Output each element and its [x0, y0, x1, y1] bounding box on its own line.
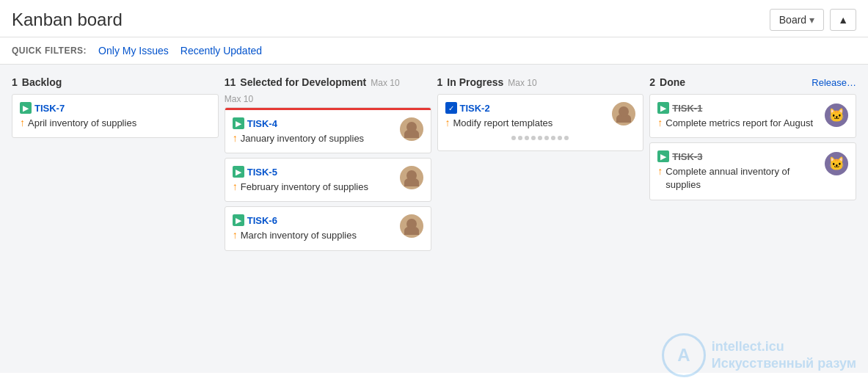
board-container: 1Backlog▶TISK-7↑April inventory of suppl…: [0, 65, 868, 373]
page-header: Kanban board Board ▾ ▲: [0, 0, 868, 37]
filter-only-my-issues[interactable]: Only My Issues: [98, 45, 169, 57]
avatar: 🐱: [825, 103, 848, 127]
card-priority-row: ↑February inventory of supplies: [233, 181, 400, 194]
column-count-done: 2: [649, 76, 655, 88]
story-icon: ▶: [233, 117, 244, 129]
column-count-in-progress: 1: [437, 76, 443, 88]
table-row[interactable]: ▶TISK-4↑January inventory of supplies: [225, 107, 431, 153]
card-priority-row: ↑Modify report templates: [445, 117, 613, 130]
card-id-row: ▶TISK-7: [20, 102, 211, 114]
card-id-row: ✓TISK-2: [445, 102, 613, 114]
column-title-selected-for-development: Selected for Development: [240, 76, 366, 88]
checkbox-icon: ✓: [445, 102, 457, 114]
dot: [518, 136, 522, 140]
priority-icon: ↑: [233, 229, 238, 241]
dot: [525, 136, 529, 140]
column-count-backlog: 1: [12, 76, 18, 88]
priority-icon: ↑: [657, 165, 663, 177]
priority-icon: ↑: [233, 181, 238, 192]
column-title-done: Done: [660, 76, 685, 88]
dropdown-arrow-icon: ▾: [809, 14, 814, 26]
dot: [538, 136, 542, 140]
board-button-label: Board: [779, 14, 806, 26]
column-max-row-selected-for-development: Max 10: [225, 94, 431, 107]
cards-area-backlog: ▶TISK-7↑April inventory of supplies: [12, 94, 219, 364]
table-row[interactable]: ▶TISK-6↑March inventory of supplies: [225, 206, 431, 250]
column-title-in-progress: In Progress: [447, 76, 503, 88]
card-row: ▶TISK-7↑April inventory of supplies: [20, 102, 211, 130]
card-title: February inventory of supplies: [241, 181, 368, 194]
dot: [558, 136, 562, 140]
card-id-link[interactable]: TISK-2: [460, 103, 490, 114]
dot: [511, 136, 516, 140]
column-header-backlog: 1Backlog: [12, 73, 219, 94]
quick-filters-bar: QUICK FILTERS: Only My Issues Recently U…: [0, 37, 868, 65]
card-title: March inventory of supplies: [241, 229, 357, 242]
card-row: ▶TISK-4↑January inventory of supplies: [233, 117, 423, 145]
card-id-link[interactable]: TISK-5: [247, 167, 277, 178]
card-row: ▶TISK-6↑March inventory of supplies: [233, 214, 423, 242]
column-header-done: 2DoneRelease…: [649, 73, 856, 94]
card-id-row: ▶TISK-1: [657, 102, 819, 114]
card-id-link[interactable]: TISK-4: [247, 118, 277, 129]
card-dots: [445, 133, 636, 143]
card-row: ▶TISK-5↑February inventory of supplies: [233, 166, 423, 194]
dot: [564, 136, 569, 140]
priority-icon: ↑: [445, 117, 451, 128]
card-left: ✓TISK-2↑Modify report templates: [445, 102, 613, 130]
card-id-link[interactable]: TISK-1: [672, 103, 702, 114]
table-row[interactable]: ▶TISK-3↑Complete annual inventory of sup…: [649, 142, 856, 200]
card-title: Modify report templates: [453, 117, 553, 130]
column-max-in-progress: Max 10: [508, 78, 536, 88]
avatar: [400, 166, 423, 189]
dot: [544, 136, 549, 140]
avatar: 🐱: [825, 152, 848, 175]
card-row: ▶TISK-1↑Complete metrics report for Augu…: [657, 102, 848, 130]
header-controls: Board ▾ ▲: [770, 9, 856, 31]
card-left: ▶TISK-3↑Complete annual inventory of sup…: [657, 150, 819, 192]
card-id-link[interactable]: TISK-6: [247, 215, 277, 226]
card-priority-row: ↑April inventory of supplies: [20, 117, 211, 130]
board-button[interactable]: Board ▾: [770, 9, 824, 31]
card-left: ▶TISK-1↑Complete metrics report for Augu…: [657, 102, 819, 130]
card-id-link[interactable]: TISK-7: [34, 103, 65, 114]
card-priority-row: ↑Complete annual inventory of supplies: [657, 165, 819, 192]
column-in-progress: 1In ProgressMax 10✓TISK-2↑Modify report …: [437, 73, 644, 364]
card-id-link[interactable]: TISK-3: [672, 151, 702, 162]
card-left: ▶TISK-7↑April inventory of supplies: [20, 102, 211, 130]
card-priority-row: ↑March inventory of supplies: [233, 229, 400, 242]
table-row[interactable]: ▶TISK-7↑April inventory of supplies: [12, 94, 219, 138]
dot: [531, 136, 536, 140]
cards-area-selected-for-development: ▶TISK-4↑January inventory of supplies▶TI…: [225, 107, 431, 364]
priority-icon: ↑: [20, 117, 25, 128]
column-backlog: 1Backlog▶TISK-7↑April inventory of suppl…: [12, 73, 219, 364]
column-max-selected-for-development: Max 10: [371, 78, 399, 88]
filter-recently-updated[interactable]: Recently Updated: [180, 45, 262, 57]
card-id-row: ▶TISK-5: [233, 166, 400, 178]
priority-icon: ↑: [657, 117, 663, 128]
column-header-selected-for-development: 11Selected for DevelopmentMax 10: [225, 73, 431, 94]
table-row[interactable]: ▶TISK-1↑Complete metrics report for Augu…: [649, 94, 856, 138]
story-icon: ▶: [233, 214, 244, 226]
story-icon: ▶: [233, 166, 244, 178]
card-left: ▶TISK-5↑February inventory of supplies: [233, 166, 400, 194]
card-title: Complete metrics report for August: [665, 117, 813, 130]
card-id-row: ▶TISK-3: [657, 150, 819, 162]
column-header-in-progress: 1In ProgressMax 10: [437, 73, 644, 94]
card-title: April inventory of supplies: [28, 117, 136, 130]
column-done: 2DoneRelease…▶TISK-1↑Complete metrics re…: [649, 73, 856, 364]
column-title-backlog: Backlog: [22, 76, 62, 88]
page-title: Kanban board: [12, 10, 123, 30]
avatar: [612, 102, 635, 126]
card-row: ▶TISK-3↑Complete annual inventory of sup…: [657, 150, 848, 192]
avatar: [400, 214, 423, 238]
card-priority-row: ↑Complete metrics report for August: [657, 117, 819, 130]
card-priority-row: ↑January inventory of supplies: [233, 132, 400, 145]
table-row[interactable]: ✓TISK-2↑Modify report templates: [437, 94, 644, 151]
card-id-row: ▶TISK-4: [233, 117, 400, 129]
table-row[interactable]: ▶TISK-5↑February inventory of supplies: [225, 158, 431, 202]
column-extra-link-done[interactable]: Release…: [812, 77, 856, 88]
dot: [551, 136, 555, 140]
collapse-button[interactable]: ▲: [830, 9, 856, 31]
card-row: ✓TISK-2↑Modify report templates: [445, 102, 636, 130]
